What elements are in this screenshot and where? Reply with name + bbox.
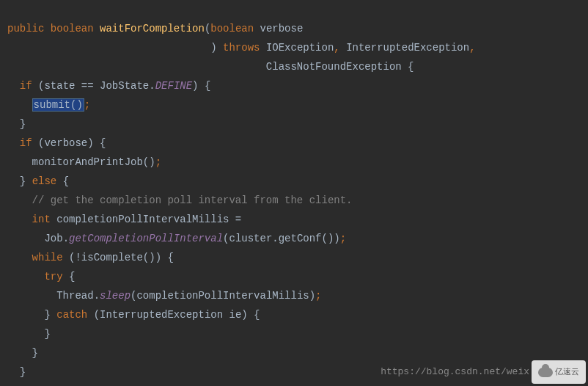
code-line: }	[7, 366, 26, 378]
code-line: try {	[7, 271, 75, 283]
cloud-icon	[538, 368, 553, 377]
highlighted-call: submit()	[32, 98, 84, 112]
code-line: Thread.sleep(completionPollIntervalMilli…	[7, 290, 322, 302]
code-line: }	[7, 328, 51, 340]
code-line: public boolean waitForCompletion(boolean…	[7, 23, 303, 34]
code-line: // get the completion poll interval from…	[7, 194, 352, 206]
watermark-url: https://blog.csdn.net/weix	[381, 363, 529, 382]
code-line: if (state == JobState.DEFINE) {	[7, 80, 210, 92]
code-line: } else {	[7, 175, 69, 187]
code-editor[interactable]: public boolean waitForCompletion(boolean…	[0, 0, 588, 386]
code-line: if (verbose) {	[7, 137, 106, 149]
watermark-brand: 亿速云	[555, 363, 579, 382]
code-line: while (!isComplete()) {	[7, 252, 174, 263]
code-line: }	[7, 347, 38, 359]
code-line: Job.getCompletionPollInterval(cluster.ge…	[7, 233, 346, 244]
code-line: }	[7, 118, 26, 130]
code-line: int completionPollIntervalMillis =	[7, 214, 241, 225]
code-line: ClassNotFoundException {	[7, 61, 414, 73]
code-line: submit();	[7, 98, 90, 112]
code-line: } catch (InterruptedException ie) {	[7, 309, 260, 321]
watermark-logo: 亿速云	[532, 360, 586, 384]
code-line: ) throws IOException, InterruptedExcepti…	[7, 42, 476, 54]
code-line: monitorAndPrintJob();	[7, 156, 161, 168]
